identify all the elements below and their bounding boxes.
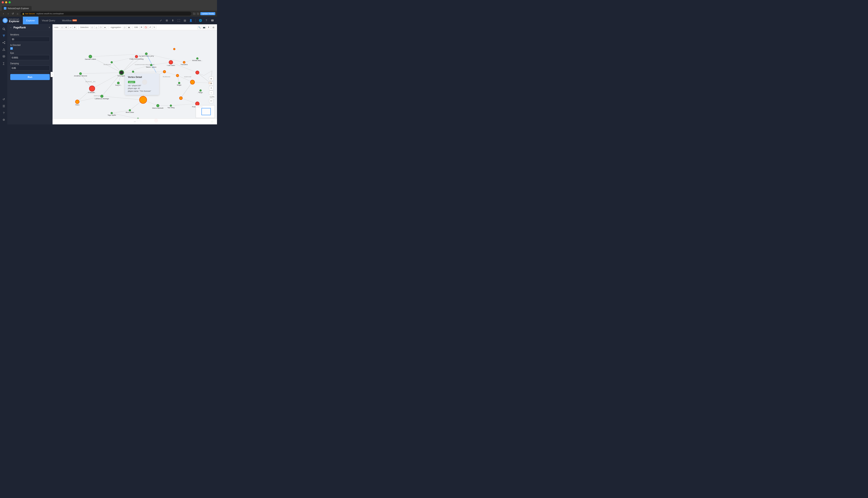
node-transfers[interactable]: Transfers [183, 61, 186, 64]
tab-title: NebulaGraph Explorer [8, 7, 29, 10]
icon-help[interactable]: ? [204, 18, 208, 23]
sidebar-icon-history[interactable]: ↺ [1, 96, 7, 102]
sidebar-icon-settings[interactable]: ⚙ [1, 117, 7, 123]
toolbar-export-btn[interactable]: ⬆ [207, 25, 210, 29]
nav-visual-query[interactable]: Visual Query [38, 17, 59, 24]
node-selected[interactable]: Tim Lapere [119, 70, 124, 75]
sidebar-icon-nodes[interactable] [1, 40, 7, 45]
node-small2[interactable] [132, 70, 134, 73]
node-yao[interactable]: Yao Ming [170, 105, 172, 107]
damping-input[interactable] [10, 66, 50, 70]
fit-view-icon[interactable]: ⊞ [209, 81, 213, 86]
graph-canvas[interactable]: Auto: ◻ ⊞ ▱ ⊕ Detection: ◻ △ ⬡ ◈ Aggrega… [53, 24, 217, 124]
node-beautiful[interactable]: a beautif... [89, 86, 95, 92]
is-directed-checkbox[interactable] [10, 47, 13, 50]
nav-home-button[interactable]: ⌂ [16, 12, 19, 15]
node-amelia[interactable]: Amelia Bas... [196, 57, 199, 60]
sidebar-icon-algo[interactable] [1, 47, 7, 52]
toolbar-btn-1[interactable]: ◻ [60, 25, 64, 29]
icon-phone[interactable]: ☎ [210, 18, 215, 23]
node-jerry[interactable]: my best friend, jerry [145, 52, 148, 55]
icon-layout[interactable]: ⊞ [165, 18, 169, 23]
node-jonathan[interactable]: Jonathan Simone [79, 72, 82, 75]
update-ready-badge[interactable]: Update Ready [200, 12, 215, 15]
extension-icon: ⬛ [193, 12, 196, 15]
icon-user[interactable]: 👤 [189, 18, 193, 23]
address-bar[interactable]: 🔒 Not Secure explorer.vesoft-inc.com/exp… [21, 12, 191, 16]
panel-close-button[interactable]: × [49, 26, 50, 29]
graph-type-icon[interactable]: ⊛ [209, 77, 213, 81]
graph-area[interactable]: follow lived_in serve commented_at follo… [53, 30, 217, 124]
minimize-traffic-light[interactable] [5, 1, 7, 3]
iterations-input[interactable] [10, 37, 50, 42]
toolbar-btn-undo[interactable]: ↺ [148, 25, 152, 29]
node-targo[interactable]: Targo [200, 89, 202, 92]
nav-reload-button[interactable]: ↺ [11, 12, 14, 15]
node-orange3[interactable] [190, 80, 195, 84]
node-damian[interactable]: Damian Lillard [89, 55, 92, 58]
icon-table[interactable]: ▤ [183, 18, 187, 23]
node-label: Jonathan Simone [74, 75, 87, 77]
nav-forward-button[interactable]: › [7, 12, 10, 15]
collapse-panel-arrow[interactable]: › [51, 72, 54, 77]
toolbar-btn-3[interactable]: ▱ [68, 25, 73, 29]
toolbar-btn-4[interactable]: ⊕ [73, 25, 77, 29]
toolbar-btn-6[interactable]: △ [94, 25, 99, 29]
node-lamar[interactable]: LaMarcus Aldridge [100, 95, 103, 98]
node-orange6[interactable] [179, 96, 183, 100]
node-marco[interactable]: Marco Belinelli [156, 104, 159, 107]
node-tago[interactable]: Tago Spitts [111, 112, 113, 114]
sidebar-icon-sum[interactable]: ∑ [1, 60, 7, 66]
nav-back-button[interactable]: ‹ [2, 12, 5, 15]
node-tony[interactable]: Tony P... [117, 82, 119, 84]
maximize-traffic-light[interactable] [9, 1, 11, 3]
eps-input[interactable] [10, 55, 50, 60]
zoom-out-button[interactable]: − [209, 91, 213, 95]
toolbar-btn-edit1[interactable]: 👁 [140, 25, 143, 29]
icon-globe[interactable]: 🌐 [198, 18, 203, 23]
node-orange1[interactable] [163, 70, 166, 73]
zoom-in-button[interactable]: + [209, 86, 213, 90]
sidebar-icon-cluster[interactable] [1, 53, 7, 59]
toolbar-btn-edit2[interactable]: 🚫 [144, 25, 148, 29]
sidebar-icon-console[interactable]: ☰ [1, 103, 7, 109]
toolbar-screenshot-btn[interactable]: 📷 [202, 25, 206, 29]
expand-icon[interactable]: >> [209, 99, 213, 103]
toolbar-btn-agg1[interactable]: ◻ [123, 25, 127, 29]
node-orange2[interactable] [176, 74, 179, 77]
close-traffic-light[interactable] [2, 1, 4, 3]
browser-tab-nebula[interactable]: NebulaGraph Explorer [2, 6, 31, 11]
node-orange8[interactable] [173, 48, 175, 50]
icon-download[interactable]: ⬇ [171, 18, 175, 23]
toolbar-btn-5[interactable]: ◻ [90, 25, 94, 29]
auto-label: Auto: [54, 26, 59, 28]
toolbar-btn-2[interactable]: ⊞ [64, 25, 68, 29]
node-icanswim[interactable]: I can swim [169, 60, 173, 64]
toolbar-btn-agg2[interactable]: ◉ [127, 25, 131, 29]
panel-back-button[interactable]: ← [10, 26, 12, 29]
toolbar-table-btn[interactable]: ▤ [212, 25, 215, 29]
node-boris[interactable]: Boris Diaw [129, 109, 131, 112]
node-small1[interactable] [111, 61, 113, 63]
node-orange5[interactable] [139, 96, 147, 104]
sidebar-icon-filter[interactable] [1, 33, 7, 39]
minimap-viewport[interactable] [201, 108, 211, 115]
toolbar-btn-7[interactable]: ⬡ [99, 25, 103, 29]
node-magic[interactable]: Magic [178, 82, 180, 84]
icon-fullscreen[interactable]: ⛶ [177, 18, 181, 23]
sidebar-icon-search[interactable] [1, 26, 7, 32]
node-danm[interactable]: Danm...green [150, 64, 152, 66]
node-hate[interactable]: I hate commenting [135, 55, 138, 58]
toolbar-btn-8[interactable]: ◈ [103, 25, 107, 29]
nav-workflow[interactable]: Workflow Beta [59, 17, 80, 24]
toolbar-search-btn[interactable]: 🔍 [197, 25, 201, 29]
sidebar-icon-help[interactable]: ? [1, 110, 7, 116]
run-button[interactable]: Run [10, 74, 50, 80]
toolbar-btn-redo[interactable]: ↻ [153, 25, 156, 29]
node-76ers[interactable]: 76ers [75, 100, 79, 104]
icon-share[interactable]: ⤢ [159, 18, 163, 23]
node-red1[interactable] [195, 70, 199, 75]
nav-explorer[interactable]: Explorer [23, 17, 38, 24]
vertex-prop-age: player.age: 42 [128, 87, 156, 89]
pagerank-panel: ← PageRank × Iterations Is Directed [8, 24, 53, 124]
